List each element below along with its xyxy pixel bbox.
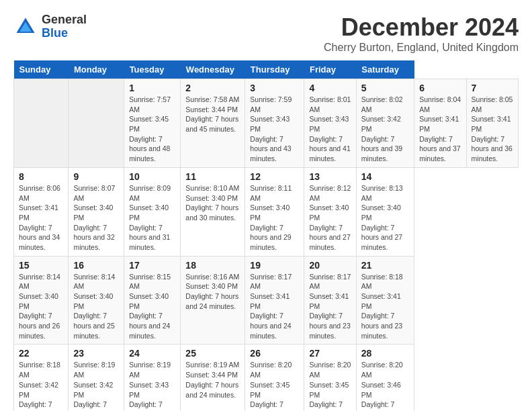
- day-number: 10: [129, 171, 175, 182]
- day-number: 21: [361, 260, 409, 271]
- day-detail: Sunrise: 8:02 AMSunset: 3:42 PMDaylight:…: [361, 95, 403, 163]
- logo: General Blue: [13, 13, 87, 40]
- logo-text: General Blue: [42, 13, 87, 40]
- day-detail: Sunrise: 8:13 AMSunset: 3:40 PMDaylight:…: [361, 184, 403, 251]
- day-detail: Sunrise: 8:05 AMSunset: 3:41 PMDaylight:…: [472, 95, 513, 163]
- day-detail: Sunrise: 8:17 AMSunset: 3:41 PMDaylight:…: [250, 273, 292, 340]
- calendar-cell: 18Sunrise: 8:16 AMSunset: 3:40 PMDayligh…: [181, 256, 245, 345]
- day-number: 12: [250, 171, 299, 182]
- header-row: SundayMondayTuesdayWednesdayThursdayFrid…: [14, 60, 519, 79]
- calendar-cell: [14, 79, 69, 168]
- calendar-table: SundayMondayTuesdayWednesdayThursdayFrid…: [13, 60, 519, 411]
- day-detail: Sunrise: 8:20 AMSunset: 3:45 PMDaylight:…: [250, 361, 292, 411]
- month-title: December 2024: [324, 13, 519, 42]
- day-number: 23: [73, 348, 119, 359]
- calendar-cell: 6Sunrise: 8:04 AMSunset: 3:41 PMDaylight…: [414, 79, 466, 168]
- day-detail: Sunrise: 8:20 AMSunset: 3:46 PMDaylight:…: [361, 361, 403, 411]
- day-detail: Sunrise: 8:19 AMSunset: 3:42 PMDaylight:…: [73, 361, 115, 411]
- calendar-cell: 12Sunrise: 8:11 AMSunset: 3:40 PMDayligh…: [245, 167, 304, 256]
- day-number: 1: [129, 83, 175, 93]
- day-number: 28: [361, 348, 409, 359]
- calendar-cell: 28Sunrise: 8:20 AMSunset: 3:46 PMDayligh…: [356, 345, 414, 411]
- calendar-cell: 16Sunrise: 8:14 AMSunset: 3:40 PMDayligh…: [69, 256, 124, 345]
- day-number: 25: [185, 348, 240, 359]
- day-detail: Sunrise: 8:15 AMSunset: 3:40 PMDaylight:…: [129, 273, 171, 340]
- day-number: 2: [185, 83, 240, 93]
- day-number: 7: [472, 83, 513, 93]
- day-detail: Sunrise: 8:19 AMSunset: 3:43 PMDaylight:…: [129, 361, 171, 411]
- location-title: Cherry Burton, England, United Kingdom: [324, 42, 519, 54]
- calendar-row: 15Sunrise: 8:14 AMSunset: 3:40 PMDayligh…: [14, 256, 519, 345]
- day-number: 20: [309, 260, 351, 271]
- day-detail: Sunrise: 8:01 AMSunset: 3:43 PMDaylight:…: [309, 95, 351, 163]
- day-number: 13: [309, 171, 351, 182]
- day-detail: Sunrise: 8:06 AMSunset: 3:41 PMDaylight:…: [19, 184, 60, 251]
- day-number: 19: [250, 260, 299, 271]
- calendar-cell: 5Sunrise: 8:02 AMSunset: 3:42 PMDaylight…: [356, 79, 414, 168]
- header-day: Tuesday: [124, 60, 181, 79]
- calendar-row: 22Sunrise: 8:18 AMSunset: 3:42 PMDayligh…: [14, 345, 519, 411]
- day-detail: Sunrise: 7:58 AMSunset: 3:44 PMDaylight:…: [185, 95, 239, 133]
- day-detail: Sunrise: 8:12 AMSunset: 3:40 PMDaylight:…: [309, 184, 351, 251]
- header-day: Friday: [304, 60, 356, 79]
- day-detail: Sunrise: 8:10 AMSunset: 3:40 PMDaylight:…: [185, 184, 239, 222]
- header-day: Thursday: [245, 60, 304, 79]
- calendar-cell: 14Sunrise: 8:13 AMSunset: 3:40 PMDayligh…: [356, 167, 414, 256]
- header-day: Saturday: [356, 60, 414, 79]
- day-number: 22: [19, 348, 63, 359]
- day-number: 9: [73, 171, 119, 182]
- calendar-cell: 8Sunrise: 8:06 AMSunset: 3:41 PMDaylight…: [14, 167, 69, 256]
- day-number: 18: [185, 260, 240, 271]
- day-detail: Sunrise: 8:17 AMSunset: 3:41 PMDaylight:…: [309, 273, 351, 340]
- day-detail: Sunrise: 8:16 AMSunset: 3:40 PMDaylight:…: [185, 273, 239, 310]
- logo-line2: Blue: [42, 27, 87, 40]
- day-detail: Sunrise: 8:04 AMSunset: 3:41 PMDaylight:…: [419, 95, 461, 163]
- calendar-cell: 10Sunrise: 8:09 AMSunset: 3:40 PMDayligh…: [124, 167, 181, 256]
- calendar-row: 8Sunrise: 8:06 AMSunset: 3:41 PMDaylight…: [14, 167, 519, 256]
- day-number: 14: [361, 171, 409, 182]
- day-number: 26: [250, 348, 299, 359]
- day-detail: Sunrise: 8:14 AMSunset: 3:40 PMDaylight:…: [19, 273, 60, 340]
- day-number: 8: [19, 171, 63, 182]
- calendar-cell: [69, 79, 124, 168]
- day-number: 15: [19, 260, 63, 271]
- day-number: 5: [361, 83, 409, 93]
- calendar-cell: 2Sunrise: 7:58 AMSunset: 3:44 PMDaylight…: [181, 79, 245, 168]
- logo-line1: General: [42, 13, 87, 27]
- day-number: 6: [419, 83, 461, 93]
- calendar-cell: 13Sunrise: 8:12 AMSunset: 3:40 PMDayligh…: [304, 167, 356, 256]
- header-day: Sunday: [14, 60, 69, 79]
- calendar-cell: 11Sunrise: 8:10 AMSunset: 3:40 PMDayligh…: [181, 167, 245, 256]
- day-number: 27: [309, 348, 351, 359]
- logo-icon: [13, 15, 38, 39]
- calendar-cell: 22Sunrise: 8:18 AMSunset: 3:42 PMDayligh…: [14, 345, 69, 411]
- calendar-cell: 20Sunrise: 8:17 AMSunset: 3:41 PMDayligh…: [304, 256, 356, 345]
- header-day: Monday: [69, 60, 124, 79]
- calendar-cell: 19Sunrise: 8:17 AMSunset: 3:41 PMDayligh…: [245, 256, 304, 345]
- day-number: 24: [129, 348, 175, 359]
- day-number: 11: [185, 171, 240, 182]
- day-detail: Sunrise: 7:59 AMSunset: 3:43 PMDaylight:…: [250, 95, 292, 163]
- day-number: 16: [73, 260, 119, 271]
- calendar-cell: 23Sunrise: 8:19 AMSunset: 3:42 PMDayligh…: [69, 345, 124, 411]
- calendar-cell: 7Sunrise: 8:05 AMSunset: 3:41 PMDaylight…: [466, 79, 518, 168]
- day-detail: Sunrise: 8:18 AMSunset: 3:42 PMDaylight:…: [19, 361, 60, 411]
- calendar-cell: 15Sunrise: 8:14 AMSunset: 3:40 PMDayligh…: [14, 256, 69, 345]
- title-block: December 2024 Cherry Burton, England, Un…: [324, 13, 519, 54]
- calendar-cell: 25Sunrise: 8:19 AMSunset: 3:44 PMDayligh…: [181, 345, 245, 411]
- day-number: 17: [129, 260, 175, 271]
- day-detail: Sunrise: 8:07 AMSunset: 3:40 PMDaylight:…: [73, 184, 115, 251]
- calendar-cell: 1Sunrise: 7:57 AMSunset: 3:45 PMDaylight…: [124, 79, 181, 168]
- day-detail: Sunrise: 8:20 AMSunset: 3:45 PMDaylight:…: [309, 361, 351, 411]
- header: General Blue December 2024 Cherry Burton…: [13, 13, 519, 54]
- calendar-cell: 17Sunrise: 8:15 AMSunset: 3:40 PMDayligh…: [124, 256, 181, 345]
- day-number: 4: [309, 83, 351, 93]
- day-detail: Sunrise: 7:57 AMSunset: 3:45 PMDaylight:…: [129, 95, 171, 163]
- calendar-cell: 3Sunrise: 7:59 AMSunset: 3:43 PMDaylight…: [245, 79, 304, 168]
- day-number: 3: [250, 83, 299, 93]
- day-detail: Sunrise: 8:18 AMSunset: 3:41 PMDaylight:…: [361, 273, 403, 340]
- day-detail: Sunrise: 8:11 AMSunset: 3:40 PMDaylight:…: [250, 184, 292, 251]
- calendar-cell: 21Sunrise: 8:18 AMSunset: 3:41 PMDayligh…: [356, 256, 414, 345]
- day-detail: Sunrise: 8:14 AMSunset: 3:40 PMDaylight:…: [73, 273, 115, 340]
- calendar-row: 1Sunrise: 7:57 AMSunset: 3:45 PMDaylight…: [14, 79, 519, 168]
